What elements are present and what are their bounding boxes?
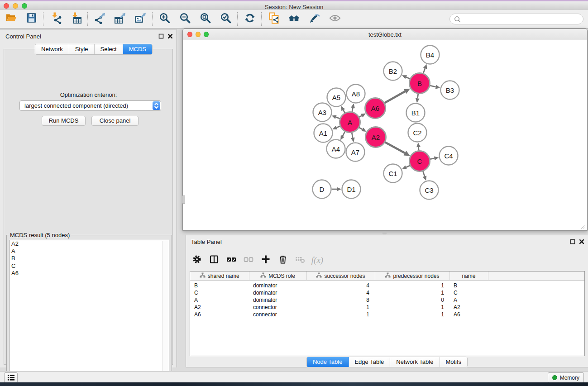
result-list-item[interactable]: A2	[10, 240, 169, 248]
import-table-button[interactable]	[66, 11, 86, 27]
first-neighbors-button[interactable]	[284, 11, 304, 27]
result-list-item[interactable]: C	[10, 262, 169, 270]
graph-edge-A-A8[interactable]	[351, 104, 355, 112]
table-cell[interactable]: 1	[306, 311, 375, 318]
graph-edge-C-C1[interactable]	[402, 166, 410, 169]
export-network-button[interactable]	[90, 11, 110, 27]
graph-node-B2[interactable]: B2	[384, 62, 402, 81]
zoom-selected-button[interactable]	[215, 11, 236, 27]
table-cell[interactable]: dominator	[249, 296, 306, 304]
toggle-columns-button[interactable]	[206, 253, 223, 268]
table-cell[interactable]: 1	[375, 311, 449, 318]
float-panel-icon[interactable]	[570, 239, 575, 244]
export-image-button[interactable]	[130, 11, 151, 27]
table-cell[interactable]: B	[449, 282, 488, 289]
graph-edge-A-A5[interactable]	[341, 106, 345, 113]
graph-node-D1[interactable]: D1	[342, 180, 361, 199]
table-cell[interactable]: C	[190, 289, 249, 296]
graph-edge-C-C2[interactable]	[416, 143, 421, 151]
open-session-button[interactable]	[1, 11, 21, 27]
result-list-item[interactable]: A	[10, 248, 169, 255]
pen-eye-button[interactable]	[304, 11, 325, 27]
criterion-select[interactable]: largest connected component (directed)	[19, 100, 161, 111]
result-scrollbar[interactable]	[162, 241, 168, 386]
table-cell[interactable]: dominator	[249, 289, 306, 296]
tab-network-table[interactable]: Network Table	[390, 357, 440, 367]
result-list-item[interactable]: B	[10, 255, 169, 262]
result-list-item[interactable]: A6	[10, 270, 169, 277]
graph-node-A4[interactable]: A4	[327, 140, 345, 158]
graph-node-A7[interactable]: A7	[346, 143, 365, 162]
graph-edge-B-B3[interactable]	[430, 85, 440, 89]
table-cell[interactable]: A6	[449, 311, 488, 318]
table-cell[interactable]: connector	[249, 311, 306, 318]
graph-node-A[interactable]: A	[340, 112, 360, 133]
graph-edge-A-A2[interactable]	[359, 128, 366, 132]
table-cell[interactable]: 8	[306, 296, 375, 304]
graph-node-C1[interactable]: C1	[384, 164, 402, 183]
graph-edge-A-A4[interactable]	[340, 132, 345, 140]
resize-grip[interactable]	[581, 224, 586, 229]
table-cell[interactable]: A6	[190, 311, 249, 318]
graph-edge-C-C3[interactable]	[423, 171, 427, 181]
column-header-predecessor-nodes[interactable]: predecessor nodes	[375, 272, 449, 281]
window-edge-handle[interactable]	[182, 195, 185, 204]
graph-edge-C-C4[interactable]	[430, 156, 439, 160]
graph-node-A1[interactable]: A1	[314, 124, 333, 143]
network-window-titlebar[interactable]: testGlobe.txt	[183, 29, 587, 40]
function-builder-button[interactable]: f(x)	[309, 253, 326, 268]
run-mcds-button[interactable]: Run MCDS	[42, 116, 86, 126]
graph-edge-B-B4[interactable]	[423, 64, 427, 73]
graph-edge-A-A7[interactable]	[351, 133, 355, 142]
graph-node-C[interactable]: C	[410, 151, 430, 172]
tab-select[interactable]: Select	[95, 44, 123, 54]
panel-splitter-handle[interactable]	[382, 232, 387, 234]
tab-network[interactable]: Network	[35, 44, 69, 54]
zoom-out-button[interactable]	[175, 11, 195, 27]
export-table-button[interactable]	[110, 11, 130, 27]
table-settings-gear-button[interactable]	[188, 253, 206, 268]
column-header-successor-nodes[interactable]: successor nodes	[306, 272, 375, 281]
save-session-button[interactable]	[21, 11, 42, 27]
tab-motifs[interactable]: Motifs	[440, 357, 467, 367]
refresh-button[interactable]	[239, 11, 260, 27]
table-cell[interactable]: 1	[375, 304, 449, 311]
graph-edge-A-A6[interactable]	[359, 114, 366, 118]
column-header-MCDS-role[interactable]: MCDS role	[249, 272, 306, 281]
graph-edge-A6-B[interactable]	[384, 89, 410, 103]
table-cell[interactable]: connector	[249, 304, 306, 311]
graph-edge-B-B1[interactable]	[416, 94, 420, 103]
table-row[interactable]: A2connector11A2	[190, 304, 585, 311]
graph-node-C3[interactable]: C3	[420, 181, 439, 200]
column-header-name[interactable]: name	[449, 272, 488, 281]
tab-mcds[interactable]: MCDS	[123, 44, 152, 54]
table-cell[interactable]: 0	[375, 296, 449, 304]
table-cell[interactable]: 1	[375, 289, 449, 296]
search-input[interactable]	[463, 14, 583, 24]
graph-node-B4[interactable]: B4	[421, 46, 440, 64]
task-history-button[interactable]	[4, 372, 18, 383]
tab-style[interactable]: Style	[69, 44, 95, 54]
table-cell[interactable]: 4	[306, 289, 375, 296]
graph-node-C4[interactable]: C4	[440, 147, 458, 165]
graph-edge-A-A3[interactable]	[332, 115, 340, 119]
graph-node-A5[interactable]: A5	[327, 88, 346, 107]
tab-edge-table[interactable]: Edge Table	[349, 357, 390, 367]
table-cell[interactable]: B	[190, 282, 249, 289]
close-panel-icon[interactable]	[579, 239, 584, 244]
graph-node-A6[interactable]: A6	[365, 98, 386, 119]
add-column-button[interactable]	[257, 253, 274, 268]
graph-edge-A-A1[interactable]	[332, 126, 340, 129]
clone-network-button[interactable]	[263, 11, 284, 27]
table-row[interactable]: Bdominator41B	[190, 282, 585, 289]
graph-node-A3[interactable]: A3	[313, 103, 332, 122]
float-panel-icon[interactable]	[158, 33, 164, 39]
graph-node-B[interactable]: B	[410, 73, 430, 94]
close-panel-button[interactable]: Close panel	[91, 116, 139, 126]
graph-node-A8[interactable]: A8	[347, 85, 365, 103]
graph-edge-A2-C[interactable]	[385, 142, 410, 156]
table-cell[interactable]: C	[449, 289, 488, 296]
delete-column-button[interactable]	[292, 253, 309, 268]
table-cell[interactable]: A	[449, 296, 488, 304]
table-row[interactable]: Cdominator41C	[190, 289, 585, 296]
